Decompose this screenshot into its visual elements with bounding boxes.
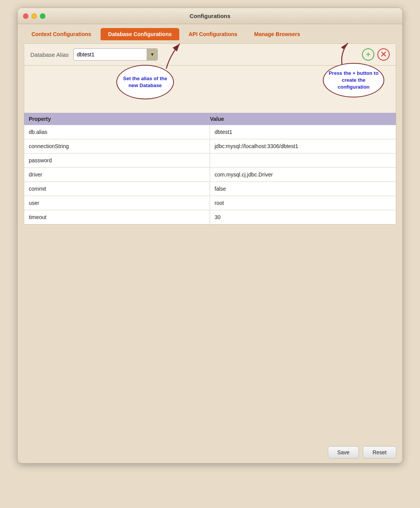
table-row: driver com.mysql.cj.jdbc.Driver (24, 168, 396, 182)
table-body: db.alias dbtest1 connectionString jdbc:m… (24, 125, 396, 224)
cell-property-4: commit (24, 182, 210, 196)
reset-button[interactable]: Reset (363, 446, 396, 459)
cell-property-6: timeout (24, 210, 210, 224)
cell-property-0: db.alias (24, 125, 210, 139)
cell-value-4: false (210, 182, 396, 196)
table-row: commit false (24, 182, 396, 196)
window-title: Configurations (190, 13, 231, 19)
tab-database-configurations[interactable]: Database Configurations (101, 28, 180, 40)
alias-actions: + ✕ (362, 48, 390, 61)
config-panel: Database Alias dbtest1 ▼ + ✕ (24, 43, 396, 224)
cell-property-5: user (24, 196, 210, 210)
table-row: user root (24, 196, 396, 210)
cell-value-5: root (210, 196, 396, 210)
overlay-area: Database Alias dbtest1 ▼ + ✕ (24, 44, 396, 113)
alias-bar: Database Alias dbtest1 ▼ + ✕ (24, 44, 396, 66)
cell-value-6: 30 (210, 210, 396, 224)
tab-context-configurations[interactable]: Context Configurations (24, 28, 99, 40)
close-button[interactable] (23, 13, 28, 19)
cell-value-2 (210, 153, 396, 167)
cell-value-0: dbtest1 (210, 125, 396, 139)
table-row: password (24, 153, 396, 168)
alias-dropdown-arrow[interactable]: ▼ (147, 49, 157, 60)
cell-property-3: driver (24, 168, 210, 181)
content-area: Database Alias dbtest1 ▼ + ✕ (18, 40, 402, 231)
save-button[interactable]: Save (328, 446, 359, 459)
tab-manage-browsers[interactable]: Manage Browsers (246, 28, 308, 40)
cell-property-2: password (24, 153, 210, 167)
bottom-bar: Save Reset (18, 442, 402, 463)
table-row: db.alias dbtest1 (24, 125, 396, 139)
alias-label: Database Alias (30, 51, 69, 58)
spacer (18, 231, 402, 442)
remove-config-button[interactable]: ✕ (377, 48, 390, 61)
table-header: Property Value (24, 113, 396, 125)
table-row: timeout 30 (24, 210, 396, 224)
cell-property-1: connectionString (24, 139, 210, 153)
callout-plus-bubble: Press the + button to create the configu… (323, 63, 384, 97)
cell-value-1: jdbc:mysql://localhost:3306/dbtest1 (210, 139, 396, 153)
minimize-button[interactable] (31, 13, 37, 19)
table-row: connectionString jdbc:mysql://localhost:… (24, 139, 396, 153)
traffic-lights (23, 13, 45, 19)
tab-api-configurations[interactable]: API Configurations (181, 28, 245, 40)
cell-value-3: com.mysql.cj.jdbc.Driver (210, 168, 396, 181)
header-value: Value (210, 116, 391, 122)
nav-tabs: Context Configurations Database Configur… (18, 24, 402, 40)
callout-alias-bubble: Set the alias of the new Database (116, 65, 174, 99)
title-bar: Configurations (18, 8, 402, 24)
main-window: Configurations Context Configurations Da… (17, 8, 403, 463)
maximize-button[interactable] (40, 13, 45, 19)
alias-select[interactable]: dbtest1 (74, 49, 147, 59)
header-property: Property (29, 116, 210, 122)
add-config-button[interactable]: + (362, 48, 374, 61)
alias-select-wrapper: dbtest1 ▼ (73, 48, 158, 61)
